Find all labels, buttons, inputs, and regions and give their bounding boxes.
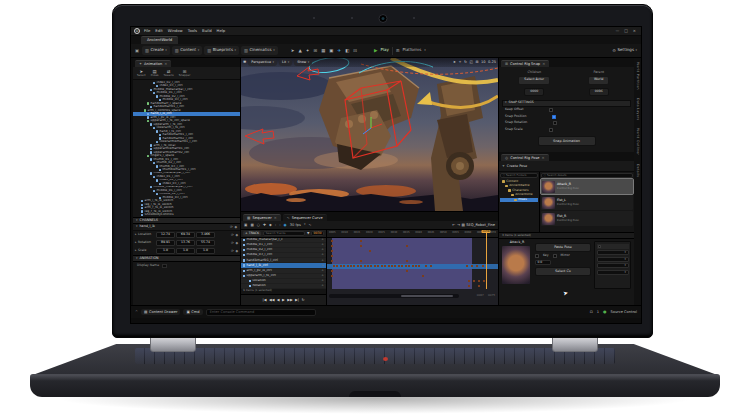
keyframe[interactable] bbox=[357, 265, 359, 267]
keyframe[interactable] bbox=[336, 265, 338, 267]
tab-control-rig-pose[interactable]: ◎ Control Rig Pose × bbox=[501, 154, 549, 161]
close-icon[interactable]: × bbox=[274, 216, 277, 220]
animation-tool-button[interactable]: ⇄ Tweens bbox=[164, 68, 174, 78]
pose-asset-card[interactable]: Fist_L Control Rig Pose bbox=[541, 195, 633, 210]
keyframe[interactable] bbox=[478, 280, 480, 282]
keyframe[interactable] bbox=[415, 265, 417, 267]
transport-button[interactable]: |◀ bbox=[263, 298, 267, 302]
channel-value-z[interactable]: 1.0 bbox=[196, 248, 215, 254]
playhead-label[interactable]: 0058 bbox=[481, 230, 490, 233]
keyframe[interactable] bbox=[405, 265, 407, 267]
asset-search-input[interactable]: ○ Search Assets bbox=[541, 173, 633, 178]
channels-header[interactable]: ▾ CHANNELS bbox=[133, 217, 240, 224]
keyframe[interactable] bbox=[388, 265, 390, 267]
add-track-button[interactable]: + TRACK bbox=[243, 231, 261, 236]
keyframe[interactable] bbox=[381, 265, 383, 267]
keyframe[interactable] bbox=[466, 265, 468, 267]
menu-item[interactable]: Edit bbox=[155, 29, 162, 34]
keyframe[interactable] bbox=[483, 280, 485, 282]
animation-tool-button[interactable]: ▤ Poses bbox=[151, 68, 159, 78]
keyframe[interactable] bbox=[331, 245, 333, 247]
transport-button[interactable]: ▶| bbox=[295, 298, 299, 302]
channel-value-y[interactable]: 69.34 bbox=[176, 232, 195, 238]
console-input[interactable]: Enter Console Command bbox=[206, 309, 316, 316]
keyframe[interactable] bbox=[331, 255, 333, 257]
filter-icon[interactable]: ▼ bbox=[307, 232, 309, 236]
keyframe[interactable] bbox=[408, 265, 410, 267]
range-end[interactable]: 0075 bbox=[488, 294, 495, 297]
transport-button[interactable]: ↻ bbox=[301, 298, 304, 302]
editor-mode-icon[interactable]: ✈ bbox=[337, 48, 341, 53]
dock-tab[interactable]: World Outliner bbox=[636, 128, 640, 155]
mirror-option-select[interactable]: ▾ bbox=[597, 250, 629, 255]
toolbar-button[interactable]: ▥ Create ▾ bbox=[142, 46, 170, 54]
editor-mode-icon[interactable]: ▦ bbox=[321, 48, 325, 53]
keyframe[interactable] bbox=[406, 245, 408, 247]
keyframe[interactable] bbox=[331, 250, 333, 252]
keyframe[interactable] bbox=[364, 265, 366, 267]
viewport-mode-button[interactable]: Show ▾ bbox=[294, 59, 312, 65]
keyframe[interactable] bbox=[360, 265, 362, 267]
transport-button[interactable]: ◀◀ bbox=[269, 298, 275, 302]
keyframe-icon[interactable]: ◆ bbox=[234, 225, 237, 229]
keyframe[interactable] bbox=[331, 240, 333, 242]
transport-button[interactable]: ▶ bbox=[282, 298, 285, 302]
mirror-option-select[interactable]: ▾ bbox=[597, 263, 629, 268]
world-button[interactable]: World bbox=[588, 76, 609, 85]
keyframe[interactable] bbox=[422, 275, 424, 277]
tab-animation[interactable]: ✦ Animation × bbox=[135, 60, 171, 67]
key-icon[interactable]: ⟳ bbox=[230, 225, 233, 229]
folder-item[interactable]: Poses bbox=[500, 198, 538, 203]
keyframe[interactable] bbox=[412, 265, 414, 267]
keyframe[interactable] bbox=[473, 280, 475, 282]
keyframe[interactable] bbox=[331, 275, 333, 277]
select-controls-button[interactable]: Select Co bbox=[535, 267, 591, 276]
prev-key-icon[interactable]: ‹ bbox=[275, 223, 276, 227]
keyframe[interactable] bbox=[391, 265, 393, 267]
start-frame-button[interactable]: 0000 bbox=[524, 88, 544, 96]
unreal-logo-icon[interactable]: U bbox=[134, 28, 140, 34]
camera-icon[interactable]: ▦ bbox=[250, 223, 253, 227]
menu-item[interactable]: File bbox=[144, 29, 150, 34]
chevron-right-icon[interactable]: ▸ bbox=[135, 233, 137, 237]
sequence-name[interactable]: SEQ_Robot_Fine bbox=[466, 223, 495, 227]
source-control-label[interactable]: Source Control bbox=[611, 310, 637, 314]
lock-icon[interactable]: ◉ bbox=[284, 223, 287, 227]
playhead[interactable] bbox=[486, 230, 487, 289]
collapse-icon[interactable]: ^ bbox=[135, 310, 138, 314]
chevron-right-icon[interactable]: ▸ bbox=[135, 249, 137, 253]
current-time-field[interactable]: 0030 bbox=[311, 231, 324, 237]
window-control-button[interactable]: × bbox=[633, 29, 636, 34]
paste-pose-button[interactable]: Paste Pose bbox=[535, 243, 591, 252]
camera-speed-value[interactable]: 0.25 bbox=[488, 60, 496, 64]
folder-search-input[interactable]: ○ Search Folders bbox=[500, 173, 538, 178]
menu-item[interactable]: Build bbox=[202, 29, 212, 34]
back-icon[interactable]: ← bbox=[452, 223, 455, 227]
transport-button[interactable]: ◀ bbox=[277, 298, 280, 302]
mirror-checkbox[interactable] bbox=[553, 254, 557, 258]
toolbar-button[interactable]: ▥ Content ▾ bbox=[172, 46, 202, 54]
snap-animation-button[interactable]: Snap Animation bbox=[538, 136, 596, 146]
keyframe[interactable] bbox=[398, 265, 400, 267]
transform-tool-icon[interactable]: ◰ bbox=[469, 60, 472, 64]
keyframe[interactable] bbox=[471, 265, 473, 267]
key-checkbox[interactable] bbox=[535, 254, 539, 258]
viewport-mode-button[interactable]: Perspective ▾ bbox=[248, 59, 277, 65]
end-frame-button[interactable]: 0096 bbox=[589, 88, 609, 96]
keyframe[interactable] bbox=[367, 265, 369, 267]
render-icon[interactable]: ✚ bbox=[263, 223, 266, 227]
content-drawer-button[interactable]: ▤ Content Drawer bbox=[141, 309, 180, 315]
toolbar-button[interactable]: ▥ Cinematics ▾ bbox=[241, 46, 278, 54]
window-control-button[interactable]: — bbox=[615, 29, 619, 34]
save-icon[interactable]: ▣ bbox=[135, 48, 139, 53]
forward-icon[interactable]: → bbox=[457, 223, 460, 227]
search-icon[interactable]: ○ bbox=[257, 223, 260, 227]
keyframe-icon[interactable]: ◆ bbox=[235, 241, 238, 245]
keyframe-icon[interactable]: ◆ bbox=[235, 249, 238, 253]
channel-value-z[interactable]: 3.466 bbox=[196, 232, 215, 238]
viewport-menu-icon[interactable]: ≡ bbox=[243, 60, 246, 65]
pose-asset-card[interactable]: Fist_R Control Rig Pose bbox=[541, 211, 633, 226]
keyframe-icon[interactable]: ◆ bbox=[269, 223, 272, 227]
time-ruler[interactable]: 0005001000150020002500300035004000450050… bbox=[327, 230, 498, 238]
output-log-icon[interactable]: ⊡ bbox=[590, 310, 593, 314]
